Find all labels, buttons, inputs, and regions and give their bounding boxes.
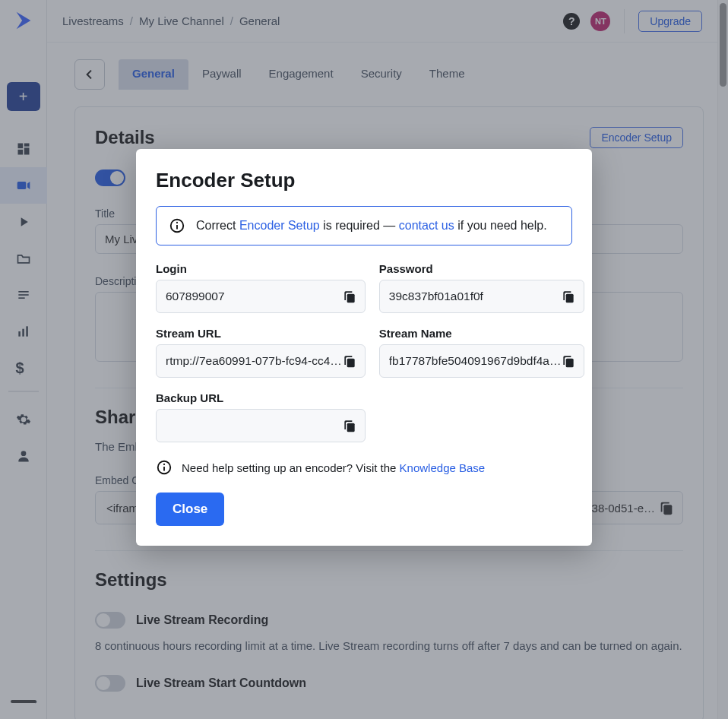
notice-text-pre: Correct xyxy=(196,219,239,232)
notice-link-contact-us[interactable]: contact us xyxy=(399,219,454,232)
info-icon xyxy=(156,459,173,476)
login-box: 607899007 xyxy=(156,280,366,313)
modal-title: Encoder Setup xyxy=(156,169,572,192)
notice-text-post: if you need help. xyxy=(454,219,547,232)
knowledge-base-link[interactable]: Knowledge Base xyxy=(400,461,486,474)
svg-rect-17 xyxy=(566,294,574,303)
modal-overlay[interactable]: Encoder Setup Correct Encoder Setup is r… xyxy=(0,0,728,719)
svg-rect-16 xyxy=(347,294,354,303)
svg-point-23 xyxy=(163,464,165,465)
close-button[interactable]: Close xyxy=(156,493,224,526)
copy-icon[interactable] xyxy=(561,289,576,304)
svg-rect-18 xyxy=(347,359,354,368)
password-label: Password xyxy=(379,262,585,275)
stream-url-label: Stream URL xyxy=(156,327,366,340)
notice-link-encoder-setup[interactable]: Encoder Setup xyxy=(239,219,320,232)
notice-text-mid: is required — xyxy=(320,219,399,232)
stream-url-box: rtmp://7ea60991-077b-fc94-cc4… xyxy=(156,344,366,378)
modal-notice: Correct Encoder Setup is required — cont… xyxy=(156,206,572,245)
stream-url-value: rtmp://7ea60991-077b-fc94-cc4… xyxy=(166,354,342,368)
copy-icon[interactable] xyxy=(342,353,357,369)
password-value: 39c837bf01a01f0f xyxy=(389,290,562,303)
stream-name-value: fb17787bfe504091967d9bdf4a… xyxy=(389,354,562,368)
svg-rect-19 xyxy=(566,359,574,368)
modal-help-line: Need help setting up an encoder? Visit t… xyxy=(156,459,572,476)
encoder-setup-modal: Encoder Setup Correct Encoder Setup is r… xyxy=(136,149,592,546)
info-icon xyxy=(169,217,185,234)
copy-icon[interactable] xyxy=(342,289,357,304)
stream-name-label: Stream Name xyxy=(379,327,585,340)
help-text: Need help setting up an encoder? Visit t… xyxy=(182,461,400,474)
login-label: Login xyxy=(156,262,366,275)
copy-icon[interactable] xyxy=(561,353,576,369)
backup-url-box xyxy=(156,409,366,442)
svg-rect-20 xyxy=(347,423,354,432)
svg-point-15 xyxy=(176,222,178,223)
copy-icon[interactable] xyxy=(342,418,357,433)
backup-url-label: Backup URL xyxy=(156,391,366,404)
password-box: 39c837bf01a01f0f xyxy=(379,280,585,313)
stream-name-box: fb17787bfe504091967d9bdf4a… xyxy=(379,344,585,378)
login-value: 607899007 xyxy=(166,290,342,303)
